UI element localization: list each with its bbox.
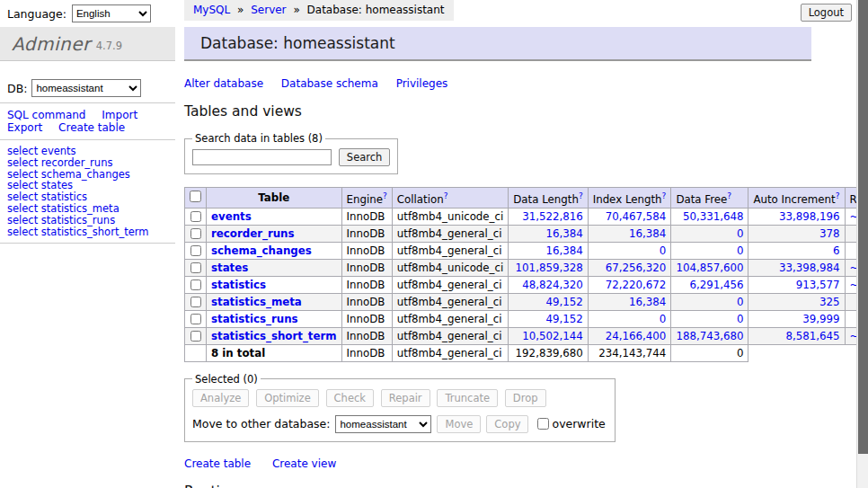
- auto-increment-link[interactable]: 378: [819, 227, 840, 240]
- check-button[interactable]: Check: [326, 389, 374, 407]
- logout-button[interactable]: Logout: [801, 4, 852, 22]
- total-collation: utf8mb4_general_ci: [392, 344, 509, 361]
- auto-increment-link[interactable]: 39,999: [802, 313, 839, 325]
- data-length-cell: 10,502,144: [509, 327, 588, 344]
- row-select-checkbox[interactable]: [190, 211, 201, 222]
- repair-button[interactable]: Repair: [381, 389, 430, 407]
- table-name-link[interactable]: statistics_short_term: [211, 330, 337, 342]
- table-row: statistics InnoDB utf8mb4_general_ci 48,…: [185, 276, 868, 293]
- table-name-link[interactable]: schema_changes: [211, 244, 312, 257]
- index-length-link[interactable]: 70,467,584: [606, 210, 667, 223]
- scrollbar-thumb[interactable]: [858, 0, 868, 454]
- table-name-link[interactable]: recorder_runs: [211, 227, 295, 240]
- column-help-link[interactable]: ?: [727, 191, 731, 200]
- row-select-checkbox[interactable]: [190, 228, 201, 239]
- analyze-button[interactable]: Analyze: [192, 389, 249, 407]
- import-link[interactable]: Import: [102, 109, 137, 121]
- index-length-link[interactable]: 0: [660, 313, 667, 325]
- move-label: Move to other database:: [192, 417, 330, 430]
- data-length-link[interactable]: 31,522,816: [522, 210, 583, 223]
- table-row: statistics_meta InnoDB utf8mb4_general_c…: [185, 293, 868, 310]
- total-label: 8 in total: [207, 344, 342, 361]
- index-length-link[interactable]: 16,384: [629, 227, 666, 240]
- divider: [0, 243, 175, 244]
- collation-cell: utf8mb4_general_ci: [392, 242, 509, 259]
- data-free-link[interactable]: 104,857,600: [676, 262, 743, 274]
- index-length-cell: 67,256,320: [588, 259, 671, 276]
- table-name-link[interactable]: events: [211, 210, 252, 223]
- row-select-checkbox[interactable]: [190, 262, 201, 273]
- table-name-link[interactable]: statistics_meta: [211, 296, 302, 308]
- auto-increment-link[interactable]: 913,577: [796, 279, 840, 291]
- table-name-link[interactable]: statistics: [211, 279, 266, 291]
- row-select-checkbox[interactable]: [190, 331, 201, 342]
- data-free-link[interactable]: 6,291,456: [689, 279, 743, 291]
- index-length-cell: 70,467,584: [588, 208, 671, 225]
- data-length-link[interactable]: 49,152: [545, 296, 582, 308]
- row-select-checkbox[interactable]: [190, 314, 201, 324]
- copy-button[interactable]: Copy: [486, 415, 528, 433]
- drop-button[interactable]: Drop: [505, 389, 546, 407]
- table-name-link[interactable]: states: [211, 262, 248, 274]
- index-length-link[interactable]: 24,166,400: [606, 330, 667, 342]
- data-length-link[interactable]: 49,152: [545, 313, 582, 325]
- column-help-link[interactable]: ?: [662, 191, 667, 200]
- row-select-checkbox[interactable]: [190, 245, 201, 256]
- data-free-link[interactable]: 50,331,648: [683, 210, 744, 223]
- table-name-link[interactable]: statistics_runs: [211, 313, 298, 325]
- data-free-link[interactable]: 0: [737, 244, 744, 257]
- db-selector-row: DB: homeassistant: [7, 79, 175, 97]
- export-link[interactable]: Export: [7, 121, 42, 134]
- row-select-checkbox[interactable]: [190, 297, 201, 307]
- data-length-link[interactable]: 10,502,144: [522, 330, 583, 342]
- column-help-link[interactable]: ?: [444, 191, 448, 200]
- column-help-link[interactable]: ?: [383, 191, 387, 200]
- search-button[interactable]: Search: [339, 148, 391, 166]
- database-schema-link[interactable]: Database schema: [281, 77, 378, 90]
- table-link[interactable]: statistics_short_term: [41, 226, 149, 238]
- privileges-link[interactable]: Privileges: [396, 77, 448, 90]
- optimize-button[interactable]: Optimize: [256, 389, 319, 407]
- index-length-link[interactable]: 72,220,672: [606, 279, 667, 291]
- collation-cell: utf8mb4_general_ci: [392, 327, 509, 344]
- main-content: MySQL » Server » Database: homeassistant…: [184, 0, 854, 488]
- data-free-link[interactable]: 0: [737, 313, 744, 325]
- db-select[interactable]: homeassistant: [31, 79, 141, 97]
- sql-command-link[interactable]: SQL command: [7, 109, 85, 121]
- data-free-link[interactable]: 188,743,680: [676, 330, 743, 342]
- auto-increment-link[interactable]: 33,398,984: [779, 262, 840, 274]
- index-length-link[interactable]: 0: [660, 244, 667, 257]
- index-length-link[interactable]: 67,256,320: [606, 262, 667, 274]
- language-select[interactable]: English: [72, 4, 151, 22]
- data-length-link[interactable]: 101,859,328: [516, 262, 583, 274]
- row-select-checkbox[interactable]: [190, 279, 201, 290]
- total-empty-cell: [185, 344, 207, 361]
- create-table-link[interactable]: Create table: [184, 457, 251, 470]
- select-link[interactable]: select: [7, 226, 38, 238]
- data-free-link[interactable]: 0: [737, 296, 744, 308]
- data-free-link[interactable]: 0: [737, 227, 744, 240]
- data-length-link[interactable]: 48,824,320: [522, 279, 583, 291]
- column-help-link[interactable]: ?: [579, 191, 583, 200]
- auto-increment-link[interactable]: 8,581,645: [785, 330, 839, 342]
- data-length-link[interactable]: 16,384: [545, 244, 582, 257]
- index-length-link[interactable]: 16,384: [629, 296, 666, 308]
- breadcrumb-server-link[interactable]: Server: [251, 4, 286, 16]
- auto-increment-link[interactable]: 33,898,196: [779, 210, 840, 223]
- alter-database-link[interactable]: Alter database: [184, 77, 263, 90]
- auto-increment-link[interactable]: 325: [819, 296, 840, 308]
- breadcrumb-mysql-link[interactable]: MySQL: [193, 4, 230, 16]
- create-table-link-side[interactable]: Create table: [58, 121, 125, 134]
- search-input[interactable]: [192, 149, 332, 165]
- auto-increment-link[interactable]: 6: [833, 244, 840, 257]
- row-select-cell: [185, 276, 207, 293]
- overwrite-checkbox[interactable]: [537, 418, 549, 430]
- data-length-link[interactable]: 16,384: [545, 227, 582, 240]
- select-all-checkbox[interactable]: [190, 191, 201, 202]
- create-view-link[interactable]: Create view: [272, 457, 336, 470]
- column-help-link[interactable]: ?: [836, 191, 840, 200]
- move-db-select[interactable]: homeassistant: [335, 415, 431, 433]
- truncate-button[interactable]: Truncate: [437, 389, 498, 407]
- scrollbar[interactable]: [856, 0, 868, 488]
- move-button[interactable]: Move: [437, 415, 481, 433]
